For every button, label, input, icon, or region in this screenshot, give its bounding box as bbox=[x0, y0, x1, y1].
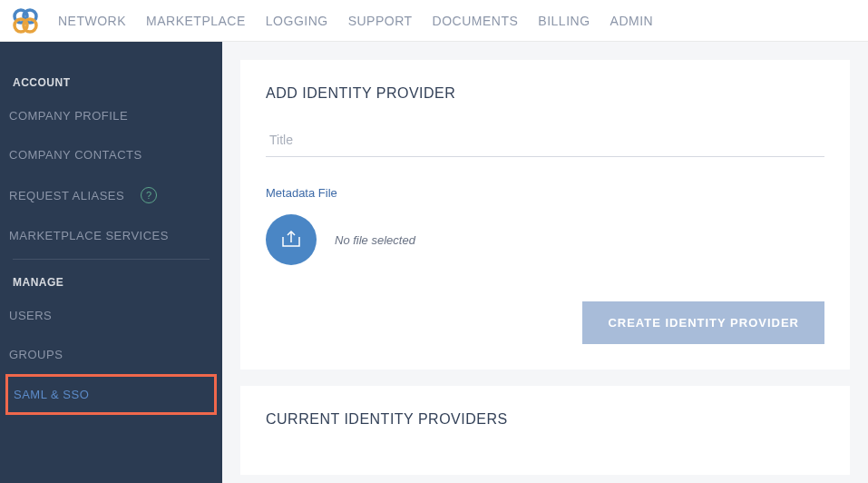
sidebar-heading-manage: MANAGE bbox=[0, 269, 222, 296]
card-title-current: CURRENT IDENTITY PROVIDERS bbox=[266, 411, 824, 428]
sidebar-item-label: REQUEST ALIASES bbox=[9, 189, 124, 202]
sidebar-item-users[interactable]: USERS bbox=[0, 296, 222, 335]
svg-point-3 bbox=[24, 19, 36, 32]
top-nav: NETWORK MARKETPLACE LOGGING SUPPORT DOCU… bbox=[58, 14, 653, 28]
create-identity-provider-button[interactable]: CREATE IDENTITY PROVIDER bbox=[582, 301, 824, 344]
nav-support[interactable]: SUPPORT bbox=[348, 14, 413, 28]
metadata-file-label: Metadata File bbox=[266, 186, 824, 200]
sidebar-item-company-contacts[interactable]: COMPANY CONTACTS bbox=[0, 135, 222, 174]
nav-admin[interactable]: ADMIN bbox=[610, 14, 654, 28]
sidebar-divider bbox=[13, 259, 210, 260]
sidebar-item-saml-sso[interactable]: SAML & SSO bbox=[5, 374, 217, 415]
current-identity-providers-card: CURRENT IDENTITY PROVIDERS bbox=[240, 386, 850, 475]
help-icon[interactable]: ? bbox=[141, 187, 157, 203]
sidebar-item-company-profile[interactable]: COMPANY PROFILE bbox=[0, 96, 222, 135]
title-input[interactable] bbox=[266, 123, 824, 157]
sidebar-item-request-aliases[interactable]: REQUEST ALIASES ? bbox=[0, 174, 222, 216]
upload-icon bbox=[279, 228, 303, 251]
sidebar-item-marketplace-services[interactable]: MARKETPLACE SERVICES bbox=[0, 216, 222, 255]
top-bar: NETWORK MARKETPLACE LOGGING SUPPORT DOCU… bbox=[0, 0, 868, 42]
add-identity-provider-card: ADD IDENTITY PROVIDER Metadata File No f… bbox=[240, 60, 850, 370]
nav-documents[interactable]: DOCUMENTS bbox=[433, 14, 519, 28]
nav-network[interactable]: NETWORK bbox=[58, 14, 126, 28]
nav-marketplace[interactable]: MARKETPLACE bbox=[146, 14, 246, 28]
card-title-add: ADD IDENTITY PROVIDER bbox=[266, 85, 824, 102]
logo[interactable] bbox=[9, 5, 42, 37]
upload-row: No file selected bbox=[266, 214, 824, 265]
no-file-selected-text: No file selected bbox=[335, 233, 415, 247]
nav-logging[interactable]: LOGGING bbox=[266, 14, 328, 28]
sidebar: ACCOUNT COMPANY PROFILE COMPANY CONTACTS… bbox=[0, 42, 222, 483]
sidebar-item-groups[interactable]: GROUPS bbox=[0, 335, 222, 374]
upload-button[interactable] bbox=[266, 214, 317, 265]
nav-billing[interactable]: BILLING bbox=[538, 14, 590, 28]
content-area: ADD IDENTITY PROVIDER Metadata File No f… bbox=[222, 42, 868, 483]
sidebar-heading-account: ACCOUNT bbox=[0, 69, 222, 96]
